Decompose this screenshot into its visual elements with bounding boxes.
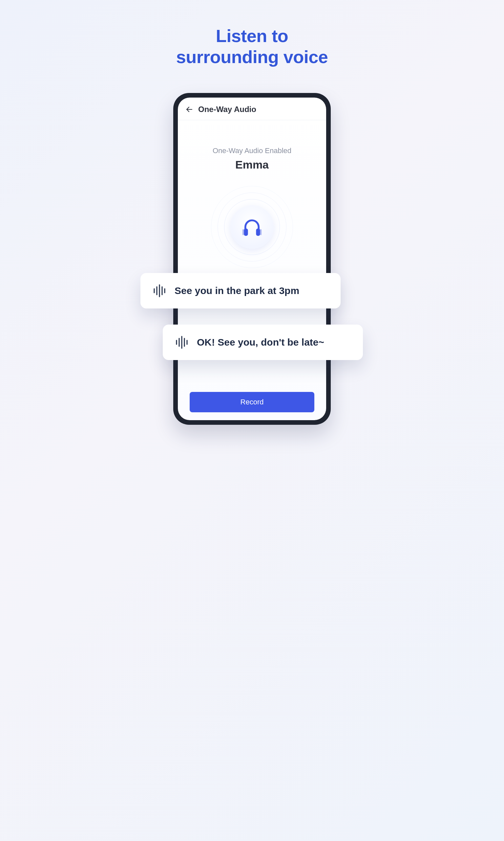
back-button[interactable]: [185, 105, 194, 114]
svg-rect-1: [244, 229, 248, 236]
phone-area: One-Way Audio One-Way Audio Enabled Emma: [114, 93, 390, 425]
promo-title-line2: surrounding voice: [176, 47, 328, 67]
soundwave-icon: [175, 336, 190, 349]
promo-title-line1: Listen to: [216, 26, 288, 46]
screen-content: One-Way Audio Enabled Emma: [178, 120, 326, 270]
svg-rect-2: [256, 229, 260, 236]
listening-indicator: [209, 184, 295, 270]
transcript-text: OK! See you, don't be late~: [197, 337, 324, 348]
soundwave-icon: [153, 284, 167, 297]
audio-status-text: One-Way Audio Enabled: [178, 147, 326, 155]
arrow-left-icon: [185, 105, 193, 113]
svg-rect-4: [260, 229, 262, 235]
promo-title: Listen to surrounding voice: [0, 0, 504, 67]
headphones-icon: [240, 215, 264, 239]
phone-frame: One-Way Audio One-Way Audio Enabled Emma: [173, 93, 331, 425]
contact-name: Emma: [178, 158, 326, 171]
record-button-label: Record: [240, 398, 264, 406]
transcript-text: See you in the park at 3pm: [175, 285, 299, 296]
app-header-title: One-Way Audio: [198, 105, 256, 114]
svg-rect-3: [242, 229, 244, 235]
phone-screen: One-Way Audio One-Way Audio Enabled Emma: [178, 98, 326, 420]
listening-circle: [230, 205, 274, 249]
record-button[interactable]: Record: [190, 392, 314, 412]
transcript-card: OK! See you, don't be late~: [163, 325, 363, 360]
transcript-card: See you in the park at 3pm: [141, 273, 341, 308]
app-header: One-Way Audio: [178, 98, 326, 120]
